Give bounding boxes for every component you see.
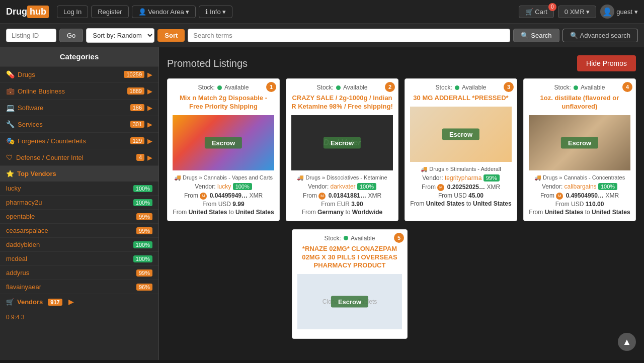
vendor-score: 100% <box>133 255 152 262</box>
category-row-4: 🚚 Drugs » Cannabis - Concentrates <box>529 174 630 181</box>
vendor-score: 100% <box>133 185 152 192</box>
shipping-row-1: From United States to United States <box>173 209 274 216</box>
vendor-score: 99% <box>136 213 152 220</box>
category-row-1: 🚚 Drugs » Cannabis - Vapes and Carts <box>173 174 274 181</box>
hide-promos-button[interactable]: Hide Promos <box>577 55 636 71</box>
sidebar-item-label: Services <box>18 121 128 128</box>
stock-row-1: Stock: Available <box>173 84 274 91</box>
vendor-score-badge-1: 100% <box>233 183 252 190</box>
vendor-score: 99% <box>136 269 152 277</box>
price-row-1-xmr: From M 0.04495949… XMR <box>173 192 274 200</box>
listing-title-2: CRAZY SALE / 2g-1000g / Indian R Ketamin… <box>291 94 393 111</box>
vendor-icon: 👤 <box>138 8 146 16</box>
info-button[interactable]: ℹ Info ▾ <box>199 6 232 18</box>
vendors-count-badge: 917 <box>48 299 62 306</box>
stock-dot-4 <box>574 85 578 90</box>
listing-card-4[interactable]: 4 Stock: Available 1oz. distillate (flav… <box>523 78 636 221</box>
software-icon: 💻 <box>6 104 15 112</box>
defense-arrow: ▶ <box>147 154 152 161</box>
header-right: 🛒 Cart 0 0 XMR ▾ 👤 guest ▾ <box>519 5 638 19</box>
stock-row-4: Stock: Available <box>529 84 630 91</box>
listing-img-wrapper-1: Escrow <box>173 115 274 170</box>
sort-button[interactable]: Sort <box>157 29 185 42</box>
shipping-row-3: From United States to United States <box>410 200 512 207</box>
vendor-mcdeal[interactable]: mcdeal 100% <box>0 252 158 266</box>
user-menu-button[interactable]: 👤 guest ▾ <box>600 5 638 19</box>
vendor-row-4: Vendor: calibargains 100% <box>529 183 630 190</box>
stock-dot-3 <box>455 85 459 90</box>
drugs-badge: 10259 <box>124 71 144 78</box>
vendor-pharmacy2u[interactable]: pharmacy2u 100% <box>0 196 158 210</box>
listing-img-wrapper-3: Escrow <box>410 107 512 162</box>
go-button[interactable]: Go <box>59 29 83 42</box>
listing-img-wrapper-4: Escrow <box>529 115 630 170</box>
category-row-3: 🚚 Drugs » Stimulants - Adderall <box>410 166 512 172</box>
business-icon: 💼 <box>6 87 15 95</box>
logo-drug: Drug <box>6 7 27 17</box>
xmr-icon-4: M <box>556 193 563 200</box>
vendors-link[interactable]: 🛒 Vendors 917 ▶ <box>0 294 158 310</box>
escrow-overlay-4: Escrow <box>561 137 598 148</box>
listing-card-5[interactable]: 5 Stock: Available *RNAZE 02MG* CLONAZEP… <box>292 229 408 339</box>
vendor-daddybiden[interactable]: daddybiden 100% <box>0 238 158 252</box>
sidebar-item-drugs[interactable]: 💊 Drugs 10259 ▶ <box>0 66 158 83</box>
main-layout: Categories 💊 Drugs 10259 ▶ 💼 Online Busi… <box>0 47 644 360</box>
shipping-row-4: From United States to United States <box>529 209 630 216</box>
sidebar-item-software[interactable]: 💻 Software 186 ▶ <box>0 100 158 116</box>
cart-button[interactable]: 🛒 Cart 0 <box>519 6 554 18</box>
header: Drughub Log In Register 👤 Vendor Area ▾ … <box>0 0 644 24</box>
stock-dot-5 <box>344 236 348 240</box>
login-button[interactable]: Log In <box>57 6 88 18</box>
logo[interactable]: Drughub <box>6 6 49 18</box>
xmr-button[interactable]: 0 XMR ▾ <box>558 6 596 18</box>
vendor-addyrus[interactable]: addyrus 99% <box>0 266 158 280</box>
search-icon: 🔍 <box>521 32 529 39</box>
sort-select[interactable]: Sort by: Random <box>86 28 154 43</box>
search-button[interactable]: 🔍 Search <box>513 29 559 42</box>
promoted-header: Promoted Listings Hide Promos <box>167 55 636 71</box>
stock-dot-2 <box>336 85 341 90</box>
vendor-lucky[interactable]: lucky 100% <box>0 182 158 196</box>
listing-id-input[interactable] <box>6 29 56 42</box>
register-button[interactable]: Register <box>91 6 128 18</box>
software-badge: 186 <box>130 104 144 111</box>
advanced-search-button[interactable]: 🔍 Advanced search <box>562 29 638 42</box>
sidebar-item-label: Defense / Counter Intel <box>16 154 134 161</box>
cart-icon: 🛒 <box>525 8 533 16</box>
categories-title: Categories <box>0 47 158 66</box>
vendor-area-button[interactable]: 👤 Vendor Area ▾ <box>132 6 196 18</box>
price-row-3-xmr: From M 0.20252025… XMR <box>410 184 512 191</box>
escrow-overlay-3: Escrow <box>442 128 479 140</box>
vendor-flavainyaear[interactable]: flavainyaear 96% <box>0 280 158 294</box>
scroll-top-button[interactable]: ▲ <box>618 333 636 351</box>
search-input[interactable] <box>188 29 510 42</box>
vendor-score-badge-3: 99% <box>484 174 500 182</box>
sidebar-item-online-business[interactable]: 💼 Online Business 1889 ▶ <box>0 83 158 100</box>
forgeries-arrow: ▶ <box>147 137 152 145</box>
price-row-4-usd: From USD 110.00 <box>529 201 630 208</box>
vendor-ceasarspalace[interactable]: ceasarspalace 99% <box>0 224 158 238</box>
listing-title-1: Mix n Match 2g Disposable - Free Priorit… <box>173 94 274 111</box>
vendor-score-badge-4: 100% <box>598 183 617 190</box>
services-icon: 🔧 <box>6 120 15 128</box>
sidebar-item-forgeries[interactable]: 🎭 Forgeries / Counterfeits 129 ▶ <box>0 133 158 149</box>
listing-badge-4: 4 <box>622 82 632 92</box>
promoted-title: Promoted Listings <box>167 58 248 69</box>
listing-card-3[interactable]: 3 Stock: Available 30 MG ADDERALL *PRESS… <box>405 78 517 221</box>
sidebar-item-label: Forgeries / Counterfeits <box>18 137 128 145</box>
escrow-overlay-1: Escrow <box>205 137 242 148</box>
cart-badge: 0 <box>548 3 556 11</box>
vendor-opentable[interactable]: opentable 99% <box>0 210 158 224</box>
sidebar-item-services[interactable]: 🔧 Services 301 ▶ <box>0 116 158 133</box>
price-row-2-eur: From EUR 3.90 <box>291 201 393 208</box>
stock-row-5: Stock: Available <box>297 235 402 242</box>
listing-card-1[interactable]: 1 Stock: Available Mix n Match 2g Dispos… <box>167 78 280 221</box>
sidebar-item-defense[interactable]: 🛡 Defense / Counter Intel 4 ▶ <box>0 149 158 166</box>
listing-badge-3: 3 <box>504 82 514 92</box>
star-icon: ⭐ <box>6 170 14 177</box>
forgeries-icon: 🎭 <box>6 137 15 145</box>
business-badge: 1889 <box>127 87 144 95</box>
vendors-arrow: ▶ <box>68 298 73 306</box>
listing-card-2[interactable]: 2 Stock: Available CRAZY SALE / 2g-1000g… <box>286 78 398 221</box>
info-icon: ℹ <box>205 8 208 16</box>
